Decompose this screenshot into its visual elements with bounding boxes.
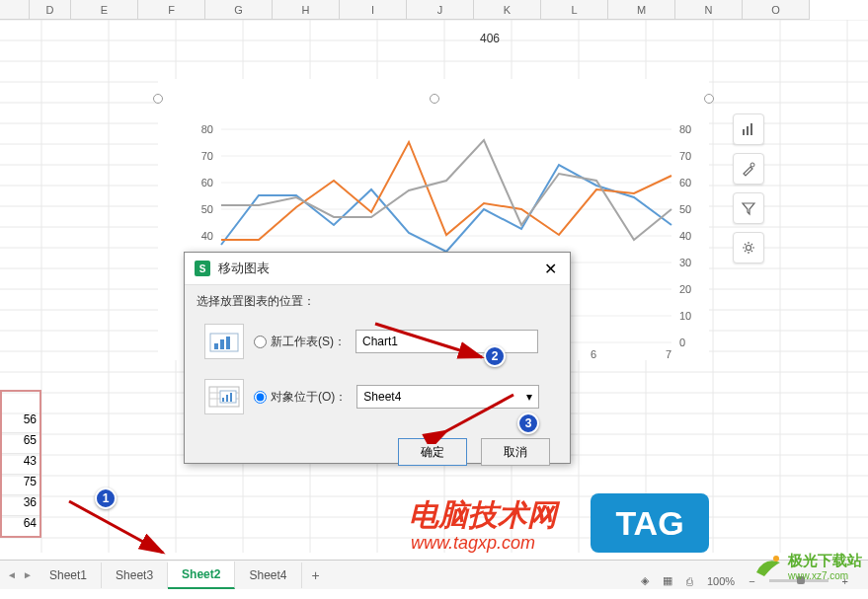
sheet-tab-sheet1[interactable]: Sheet1 (36, 562, 102, 588)
sheet-tab-sheet3[interactable]: Sheet3 (102, 562, 168, 588)
svg-rect-80 (230, 393, 232, 402)
svg-rect-66 (750, 123, 752, 135)
svg-text:20: 20 (679, 283, 691, 295)
object-in-label: 对象位于(O)： (271, 389, 347, 406)
cancel-button[interactable]: 取消 (481, 438, 550, 466)
select-value: Sheet4 (363, 390, 401, 404)
col-o[interactable]: O (743, 0, 810, 20)
svg-text:40: 40 (679, 230, 691, 242)
column-headers: D E F G H I J K L M N O (0, 0, 868, 20)
app-icon: S (195, 261, 210, 276)
col-m[interactable]: M (608, 0, 675, 20)
dialog-subtitle: 选择放置图表的位置： (185, 285, 570, 318)
chart-handle[interactable] (430, 94, 439, 104)
svg-text:7: 7 (666, 348, 671, 360)
cell[interactable]: 64 (0, 516, 41, 537)
svg-text:60: 60 (201, 177, 213, 188)
svg-rect-78 (222, 398, 224, 402)
svg-point-84 (773, 556, 779, 562)
chart-handle[interactable] (153, 94, 163, 104)
add-sheet-button[interactable]: + (302, 562, 330, 589)
svg-rect-72 (226, 337, 230, 349)
cell[interactable]: 56 (0, 412, 41, 433)
cell[interactable]: 43 (0, 454, 41, 475)
watermark2-wrap: 极光下载站 www.xz7.com (754, 552, 862, 581)
svg-rect-64 (743, 129, 745, 135)
cell[interactable]: 65 (0, 433, 41, 454)
svg-text:80: 80 (201, 123, 213, 135)
object-in-radio[interactable]: 对象位于(O)： (254, 389, 347, 406)
col-h[interactable]: H (273, 0, 340, 20)
svg-text:50: 50 (201, 203, 213, 215)
ok-button[interactable]: 确定 (398, 438, 467, 466)
dialog-titlebar[interactable]: S 移动图表 ✕ (185, 253, 570, 285)
new-sheet-label: 新工作表(S)： (271, 334, 346, 350)
zoom-value[interactable]: 100% (707, 575, 735, 587)
object-in-icon (204, 379, 244, 414)
watermark-url: www.tagxp.com (411, 533, 535, 554)
page-view-icon[interactable]: ⎙ (686, 575, 693, 587)
sheet-tab-sheet4[interactable]: Sheet4 (235, 562, 301, 588)
svg-rect-71 (220, 339, 224, 349)
annotation-badge-3: 3 (517, 412, 539, 434)
svg-text:50: 50 (679, 203, 691, 215)
annotation-badge-2: 2 (484, 345, 506, 367)
col-e[interactable]: E (71, 0, 138, 20)
watermark2-text: 极光下载站 (788, 552, 862, 570)
annotation-badge-1: 1 (95, 487, 117, 509)
chart-filter-button[interactable] (733, 192, 764, 224)
cell[interactable]: 36 (0, 495, 41, 516)
chevron-down-icon: ▾ (526, 390, 532, 404)
cell-value[interactable]: 406 (440, 32, 500, 45)
svg-text:6: 6 (591, 348, 596, 360)
col-i[interactable]: I (340, 0, 407, 20)
svg-point-68 (747, 246, 751, 251)
col-n[interactable]: N (675, 0, 743, 20)
watermark2-logo (754, 553, 784, 580)
close-button[interactable]: ✕ (540, 259, 560, 278)
new-sheet-icon (204, 324, 244, 359)
col-f[interactable]: F (138, 0, 205, 20)
svg-point-67 (750, 163, 754, 167)
svg-text:60: 60 (679, 177, 691, 188)
svg-text:70: 70 (679, 150, 691, 162)
chart-tools (733, 113, 764, 263)
object-in-select[interactable]: Sheet4 ▾ (356, 385, 539, 409)
view-icon[interactable]: ◈ (641, 574, 649, 587)
col-g[interactable]: G (205, 0, 273, 20)
tab-nav-prev[interactable]: ◄ (4, 563, 20, 587)
dialog-title: 移动图表 (218, 260, 540, 277)
new-sheet-radio[interactable]: 新工作表(S)： (254, 334, 346, 350)
svg-text:0: 0 (679, 337, 685, 348)
watermark-text: 电脑技术网 (409, 495, 557, 536)
col-d[interactable]: D (30, 0, 71, 20)
svg-text:10: 10 (679, 310, 691, 322)
col-j[interactable]: J (407, 0, 474, 20)
svg-rect-65 (747, 126, 749, 135)
new-sheet-name-input[interactable] (355, 330, 538, 353)
chart-style-button[interactable] (733, 153, 764, 185)
cell[interactable]: 75 (0, 475, 41, 495)
tab-nav-next[interactable]: ► (20, 563, 36, 587)
svg-rect-70 (214, 343, 218, 349)
sheet-tab-sheet2[interactable]: Sheet2 (168, 562, 235, 589)
svg-text:40: 40 (201, 230, 213, 242)
svg-text:70: 70 (201, 150, 213, 162)
chart-handle[interactable] (704, 94, 714, 104)
svg-rect-79 (226, 395, 228, 402)
watermark-tag: TAG (591, 493, 709, 553)
col-l[interactable]: L (541, 0, 608, 20)
col-k[interactable]: K (474, 0, 541, 20)
svg-text:80: 80 (679, 123, 691, 135)
corner-cell[interactable] (0, 0, 30, 20)
svg-text:30: 30 (679, 257, 691, 268)
chart-settings-button[interactable] (733, 232, 764, 263)
move-chart-dialog: S 移动图表 ✕ 选择放置图表的位置： 新工作表(S)： 对象位于(O)： Sh… (184, 252, 571, 464)
col-d-values: 56 65 43 75 36 64 (0, 412, 41, 537)
grid-view-icon[interactable]: ▦ (663, 574, 672, 587)
watermark2-url: www.xz7.com (788, 570, 862, 581)
chart-elements-button[interactable] (733, 113, 764, 145)
